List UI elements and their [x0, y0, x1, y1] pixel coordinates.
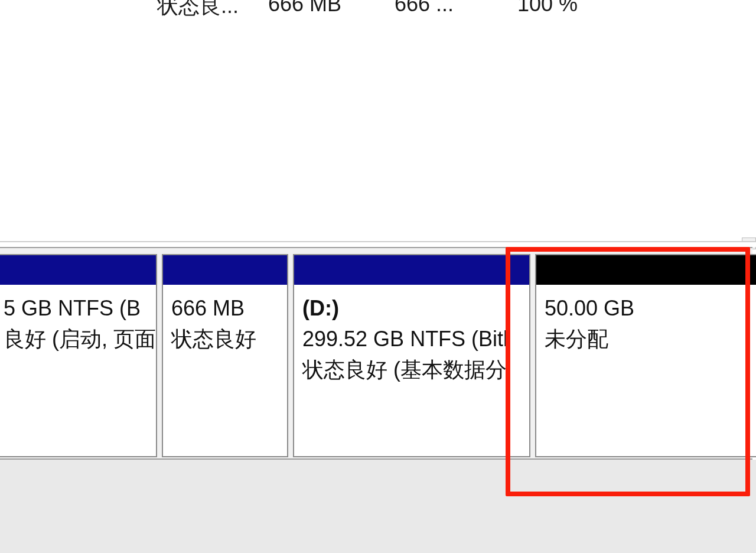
disk-partition-map: 5 GB NTFS (B 良好 (启动, 页面 666 MB 状态良好 (D:)…: [0, 254, 756, 457]
partition-header-bar: [536, 255, 756, 285]
partition-header-bar: [163, 255, 287, 285]
partition-status: 状态良好 (基本数据分: [302, 354, 522, 385]
cell-free: 666 ...: [395, 0, 517, 21]
disk-layout-footer-area: [0, 460, 756, 553]
partition-0[interactable]: 5 GB NTFS (B 良好 (启动, 页面: [0, 254, 157, 457]
partition-status: 未分配: [545, 324, 749, 354]
volume-list[interactable]: 状态良... 666 MB 666 ... 100 %: [0, 0, 756, 27]
partition-size: 5 GB NTFS (B: [4, 293, 149, 324]
partition-status: 良好 (启动, 页面: [4, 324, 149, 354]
pane-divider[interactable]: [0, 241, 756, 247]
volume-list-row[interactable]: 状态良... 666 MB 666 ... 100 %: [0, 0, 756, 21]
partition-size: 299.52 GB NTFS (Bitl: [302, 324, 522, 354]
partition-header-bar: [294, 255, 529, 285]
partition-2[interactable]: (D:) 299.52 GB NTFS (Bitl 状态良好 (基本数据分: [293, 254, 530, 457]
partition-size: 666 MB: [171, 293, 280, 324]
partition-label: (D:): [302, 293, 522, 324]
partition-size: 50.00 GB: [545, 293, 749, 324]
partition-header-bar: [0, 255, 156, 285]
cell-pct-free: 100 %: [517, 0, 624, 21]
partition-3-unallocated[interactable]: 50.00 GB 未分配: [535, 254, 756, 457]
cell-status: 状态良...: [157, 0, 268, 21]
partition-1[interactable]: 666 MB 状态良好: [162, 254, 288, 457]
cell-capacity: 666 MB: [268, 0, 395, 21]
partition-status: 状态良好: [171, 324, 280, 354]
